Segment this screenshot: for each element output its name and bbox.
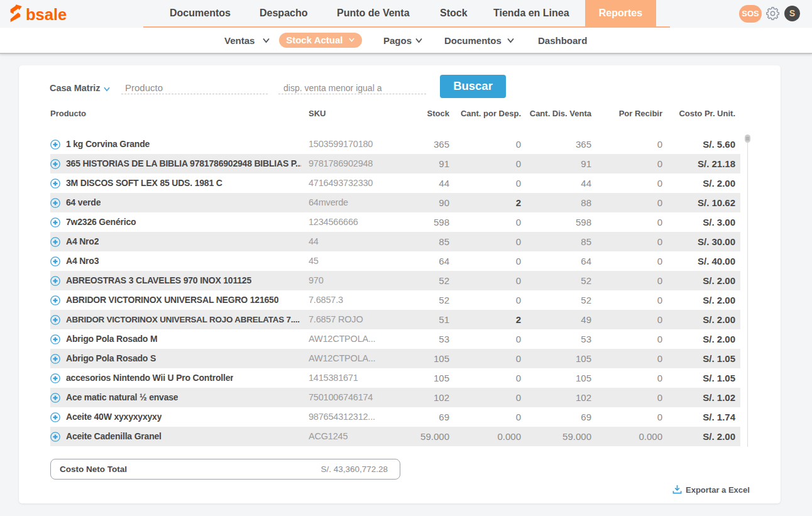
svg-text:bsale: bsale <box>26 6 67 23</box>
